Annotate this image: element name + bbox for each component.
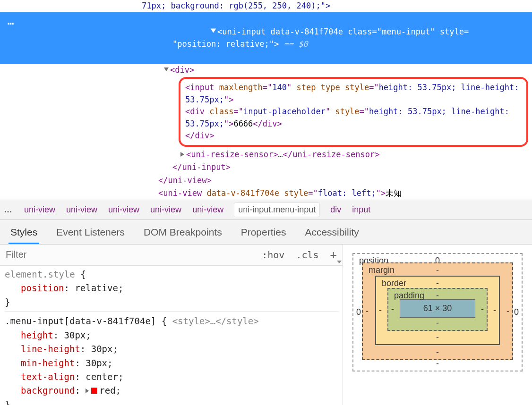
border-left: -: [379, 305, 382, 315]
close-div-node[interactable]: </div>: [185, 130, 522, 142]
hov-toggle-button[interactable]: :hov: [256, 245, 290, 264]
new-style-rule-button[interactable]: +: [325, 245, 343, 265]
input-node[interactable]: <input maxlength="140" step type style="…: [185, 82, 522, 106]
breadcrumb-bar: … uni-view uni-view uni-view uni-view un…: [0, 200, 532, 220]
breadcrumb-item[interactable]: div: [330, 205, 341, 215]
margin-left: -: [366, 306, 369, 316]
box-model-position[interactable]: position 0 0 0 - margin - - - - border -: [352, 253, 523, 371]
tab-properties[interactable]: Properties: [239, 224, 288, 244]
close-uni-input[interactable]: </uni-input>: [0, 161, 532, 174]
box-model-border[interactable]: border - - - - padding - - - -: [375, 276, 500, 345]
border-right: -: [493, 305, 496, 315]
margin-top: -: [436, 265, 439, 275]
highlight-box: <input maxlength="140" step type style="…: [179, 77, 528, 147]
expand-triangle-icon[interactable]: [164, 68, 169, 71]
breadcrumb-item[interactable]: uni-view: [24, 205, 55, 215]
box-model-padding[interactable]: padding - - - - 61 × 30: [387, 288, 488, 331]
side-panel-tabs: Styles Event Listeners DOM Breakpoints P…: [0, 220, 532, 245]
margin-right: -: [506, 306, 509, 316]
expand-triangle-icon[interactable]: [210, 29, 216, 33]
breadcrumb-overflow-icon[interactable]: …: [4, 205, 13, 215]
margin-label: margin: [369, 265, 395, 275]
breadcrumb-item-selected[interactable]: uni-input.menu-input: [234, 203, 319, 217]
breadcrumb-item[interactable]: uni-view: [66, 205, 97, 215]
styles-filter-input[interactable]: [0, 245, 256, 265]
position-right: 0: [514, 307, 519, 317]
padding-right: -: [481, 304, 484, 314]
box-model-margin[interactable]: margin - - - - border - - - - paddin: [362, 262, 513, 360]
tab-accessibility[interactable]: Accessibility: [303, 224, 360, 244]
padding-top: -: [436, 291, 439, 301]
inner-div-open[interactable]: <div>: [164, 64, 532, 76]
position-left: 0: [356, 307, 361, 317]
tab-dom-breakpoints[interactable]: DOM Breakpoints: [142, 224, 224, 244]
padding-label: padding: [394, 291, 424, 301]
breadcrumb-item[interactable]: uni-view: [150, 205, 181, 215]
styles-filter-bar: :hov .cls +: [0, 245, 343, 266]
margin-bottom: -: [436, 347, 439, 357]
element-style-rule[interactable]: element.style { position: relative; }: [5, 268, 339, 312]
placeholder-div-node[interactable]: <div class="input-placeholder" style="he…: [185, 106, 522, 130]
css-rules-list: element.style { position: relative; } .m…: [0, 266, 343, 405]
collapse-triangle-icon[interactable]: [180, 152, 184, 157]
tab-styles[interactable]: Styles: [9, 224, 39, 244]
selected-node-row[interactable]: … <uni-input data-v-841f704e class="menu…: [0, 12, 532, 64]
breadcrumb-item[interactable]: input: [352, 205, 370, 215]
styles-panel: :hov .cls + element.style { position: re…: [0, 245, 343, 405]
elements-dom-tree[interactable]: 71px; background: rgb(255, 250, 240);"> …: [0, 0, 532, 200]
resize-sensor-node[interactable]: <uni-resize-sensor>…</uni-resize-sensor>: [164, 148, 532, 161]
expand-triangle-icon[interactable]: [86, 388, 89, 393]
close-uni-view[interactable]: </uni-view>: [0, 174, 532, 187]
border-label: border: [382, 278, 406, 288]
next-sibling-node[interactable]: <uni-view data-v-841f704e style="float: …: [0, 187, 532, 200]
color-swatch-icon[interactable]: [91, 388, 97, 394]
tab-event-listeners[interactable]: Event Listeners: [54, 224, 127, 244]
menu-input-rule[interactable]: .menu-input[data-v-841f704e] { <style>…<…: [5, 314, 339, 405]
cls-toggle-button[interactable]: .cls: [290, 245, 324, 264]
border-bottom: -: [436, 332, 439, 342]
padding-left: -: [391, 304, 394, 314]
breadcrumb-item[interactable]: uni-view: [192, 205, 223, 215]
gutter-ellipsis-icon: …: [8, 15, 15, 27]
code-line-prev: 71px; background: rgb(255, 250, 240);">: [0, 0, 532, 12]
box-model-content[interactable]: 61 × 30: [400, 299, 475, 318]
padding-bottom: -: [436, 318, 439, 328]
breadcrumb-item[interactable]: uni-view: [108, 205, 139, 215]
position-bottom: -: [436, 359, 439, 369]
box-model-panel: position 0 0 0 - margin - - - - border -: [343, 245, 532, 405]
border-top: -: [436, 278, 439, 288]
